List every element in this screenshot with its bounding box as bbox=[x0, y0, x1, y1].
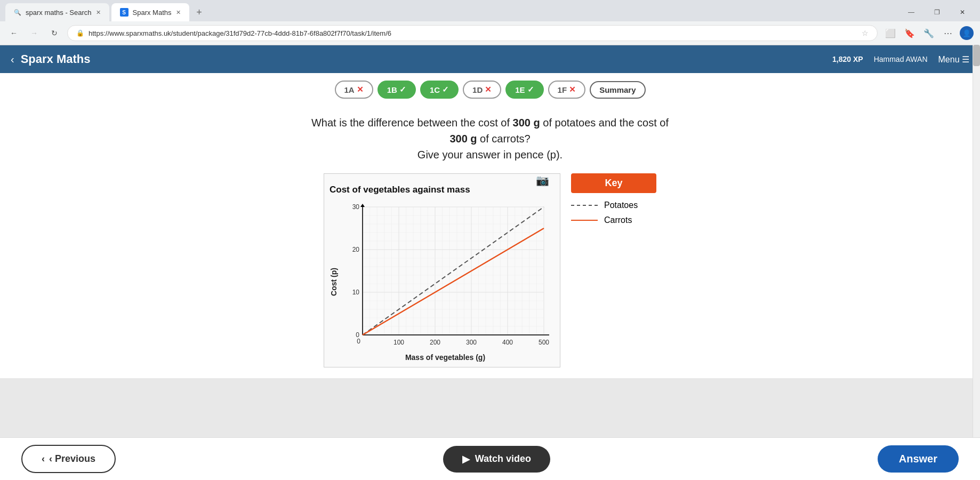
key-item-carrots: Carrots bbox=[571, 215, 656, 225]
tab-1F[interactable]: 1F ✕ bbox=[548, 81, 586, 99]
lock-icon: 🔒 bbox=[76, 29, 84, 37]
tab-summary[interactable]: Summary bbox=[590, 81, 645, 99]
split-tab-icon[interactable]: ⬜ bbox=[883, 26, 898, 41]
browser-chrome: 🔍 sparx maths - Search ✕ S Sparx Maths ✕… bbox=[0, 0, 980, 45]
profile-avatar[interactable]: 👤 bbox=[960, 26, 974, 40]
scrollbar-thumb[interactable] bbox=[973, 45, 980, 66]
key-header: Key bbox=[571, 173, 656, 193]
key-box: Key Potatoes Carrots bbox=[571, 173, 656, 230]
tab-sparx-close[interactable]: ✕ bbox=[176, 9, 181, 16]
extension-icon[interactable]: 🔧 bbox=[921, 26, 936, 41]
carrots-line-icon bbox=[571, 220, 598, 221]
main-content: What is the difference between the cost … bbox=[0, 104, 980, 378]
answer-label: Answer bbox=[899, 453, 937, 465]
prev-icon: ‹ bbox=[42, 453, 45, 465]
potatoes-line-icon bbox=[571, 205, 598, 206]
search-favicon: 🔍 bbox=[14, 9, 21, 16]
graph-area: Cost (p) Mass of vegetables (g) bbox=[330, 202, 549, 362]
back-button[interactable]: ← bbox=[6, 26, 21, 41]
tab-sparx-label: Sparx Maths bbox=[133, 9, 172, 17]
scrollbar-track[interactable] bbox=[973, 45, 980, 480]
key-item-potatoes: Potatoes bbox=[571, 201, 656, 210]
sparx-meta: 1,820 XP Hammad AWAN Menu ☰ bbox=[832, 54, 969, 65]
chart-wrapper: Cost of vegetables against mass 📷 Cost (… bbox=[324, 173, 560, 367]
task-tabs: 1A ✕ 1B ✓ 1C ✓ 1D ✕ 1E ✓ 1F ✕ Summary bbox=[0, 73, 980, 104]
tab-1E[interactable]: 1E ✓ bbox=[505, 81, 543, 99]
sparx-title: Sparx Maths bbox=[21, 52, 832, 66]
forward-button[interactable]: → bbox=[27, 26, 42, 41]
watch-video-button[interactable]: ▶ Watch video bbox=[443, 446, 550, 473]
sparx-back-button[interactable]: ‹ bbox=[11, 53, 14, 66]
tab-1D[interactable]: 1D ✕ bbox=[463, 81, 501, 99]
new-tab-button[interactable]: + bbox=[191, 4, 207, 20]
url-text: https://www.sparxmaths.uk/student/packag… bbox=[89, 29, 857, 37]
summary-label: Summary bbox=[599, 85, 636, 94]
window-controls: — ❐ ✕ bbox=[899, 4, 975, 21]
tab-search[interactable]: 🔍 sparx maths - Search ✕ bbox=[5, 3, 109, 21]
menu-button[interactable]: Menu ☰ bbox=[938, 54, 969, 65]
tab-1C[interactable]: 1C ✓ bbox=[420, 81, 459, 99]
previous-button[interactable]: ‹ ‹ Previous bbox=[21, 445, 116, 473]
prev-label: ‹ Previous bbox=[49, 453, 95, 465]
browser-actions: ⬜ 🔖 🔧 ⋯ 👤 bbox=[883, 26, 974, 41]
tab-bar: 🔍 sparx maths - Search ✕ S Sparx Maths ✕… bbox=[0, 0, 980, 21]
bottom-bar: ‹ ‹ Previous ▶ Watch video Answer bbox=[0, 437, 980, 480]
minimize-button[interactable]: — bbox=[899, 4, 923, 21]
profile-icon[interactable]: 🔖 bbox=[902, 26, 917, 41]
more-icon[interactable]: ⋯ bbox=[941, 26, 955, 41]
potatoes-label: Potatoes bbox=[604, 201, 638, 210]
sparx-user: Hammad AWAN bbox=[874, 55, 928, 63]
watch-video-label: Watch video bbox=[475, 453, 531, 465]
answer-button[interactable]: Answer bbox=[878, 445, 959, 473]
refresh-button[interactable]: ↻ bbox=[47, 26, 62, 41]
sparx-favicon: S bbox=[120, 8, 128, 17]
close-window-button[interactable]: ✕ bbox=[950, 4, 975, 21]
sparx-xp: 1,820 XP bbox=[832, 55, 863, 63]
chart-canvas bbox=[341, 202, 549, 351]
graph-inner: Mass of vegetables (g) bbox=[341, 202, 549, 362]
chart-container: Cost of vegetables against mass 📷 Cost (… bbox=[21, 173, 959, 367]
y-axis-label: Cost (p) bbox=[330, 268, 338, 296]
address-bar: ← → ↻ 🔒 https://www.sparxmaths.uk/studen… bbox=[0, 21, 980, 45]
question-text: What is the difference between the cost … bbox=[21, 115, 959, 163]
tab-1A[interactable]: 1A ✕ bbox=[335, 81, 373, 99]
tab-search-label: sparx maths - Search bbox=[26, 9, 92, 17]
tab-sparx[interactable]: S Sparx Maths ✕ bbox=[111, 3, 189, 21]
maximize-button[interactable]: ❐ bbox=[925, 4, 949, 21]
camera-icon[interactable]: 📷 bbox=[536, 174, 549, 187]
chart-title: Cost of vegetables against mass bbox=[330, 185, 549, 195]
x-axis-label: Mass of vegetables (g) bbox=[341, 353, 549, 362]
video-icon: ▶ bbox=[462, 453, 470, 465]
carrots-label: Carrots bbox=[604, 215, 632, 225]
star-icon[interactable]: ☆ bbox=[862, 29, 869, 37]
url-bar[interactable]: 🔒 https://www.sparxmaths.uk/student/pack… bbox=[67, 25, 878, 41]
sparx-header: ‹ Sparx Maths 1,820 XP Hammad AWAN Menu … bbox=[0, 45, 980, 73]
tab-search-close[interactable]: ✕ bbox=[96, 9, 101, 16]
tab-1B[interactable]: 1B ✓ bbox=[377, 81, 416, 99]
